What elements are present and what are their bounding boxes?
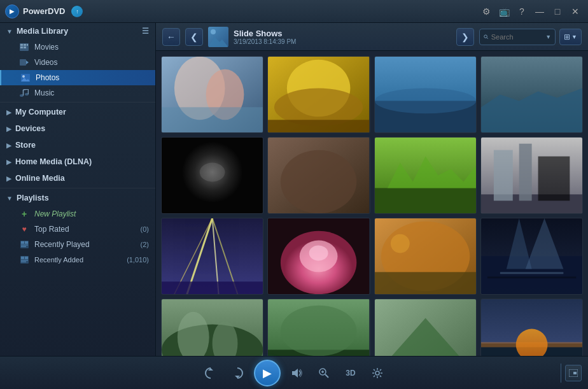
online-media-label: Online Media — [15, 174, 65, 183]
sidebar-section-playlists[interactable]: ▼ Playlists — [0, 190, 155, 206]
top-bar: ← ❮ Slide Shows 3/19/2013 8:14:39 PM ❯ — [156, 23, 588, 51]
window-controls: ⚙ 📺 ? — □ ✕ — [479, 4, 583, 19]
svg-rect-17 — [21, 241, 24, 244]
list-item[interactable] — [480, 218, 583, 295]
threed-button[interactable]: 3D — [340, 363, 361, 383]
volume-button[interactable] — [287, 363, 307, 383]
playlists-label: Playlists — [17, 194, 49, 202]
grid-view-icon: ⊞ — [564, 32, 570, 41]
list-item[interactable] — [480, 299, 583, 356]
list-item[interactable] — [374, 137, 477, 214]
svg-point-46 — [200, 163, 225, 182]
svg-rect-20 — [21, 246, 26, 248]
svg-line-30 — [487, 38, 488, 39]
sidebar-section-online-media[interactable]: ▶ Online Media — [0, 170, 155, 187]
svg-rect-24 — [21, 260, 28, 261]
bottom-bar: ▶ 3D — [0, 356, 588, 389]
svg-rect-51 — [375, 188, 476, 213]
hamburger-icon[interactable]: ☰ — [142, 27, 149, 36]
photos-icon — [20, 73, 31, 82]
list-item[interactable] — [161, 56, 263, 133]
prev-button[interactable]: ❮ — [185, 28, 203, 46]
sidebar-section-media-library[interactable]: ▼ Media Library ☰ — [0, 23, 155, 39]
maximize-button[interactable]: □ — [550, 4, 565, 19]
sidebar-item-recently-played[interactable]: Recently Played (2) — [0, 237, 155, 252]
recently-played-icon — [19, 240, 29, 249]
back-button[interactable]: ← — [162, 28, 180, 46]
rewind-button[interactable] — [200, 363, 221, 383]
current-date: 3/19/2013 8:14:39 PM — [234, 38, 296, 45]
search-input[interactable] — [491, 33, 543, 41]
sidebar-item-videos[interactable]: Videos — [0, 55, 155, 70]
svg-marker-7 — [26, 60, 29, 64]
sidebar-item-music[interactable]: Music — [0, 85, 155, 101]
top-bar-right: ▼ ⊞ ▼ — [479, 29, 582, 45]
svg-marker-93 — [292, 369, 298, 378]
svg-point-84 — [281, 306, 356, 356]
chevron-right-icon: ▶ — [6, 109, 11, 116]
sidebar-item-movies[interactable]: Movies — [0, 39, 155, 55]
settings-button[interactable] — [367, 363, 388, 383]
view-toggle-button[interactable]: ⊞ ▼ — [559, 29, 582, 45]
svg-rect-1 — [20, 44, 23, 46]
list-item[interactable] — [267, 56, 370, 133]
recently-added-label: Recently Added — [34, 256, 83, 264]
list-item[interactable] — [374, 218, 477, 295]
list-item[interactable] — [267, 137, 370, 214]
current-title: Slide Shows — [234, 29, 296, 38]
list-item[interactable] — [161, 137, 263, 214]
display-button[interactable]: 📺 — [496, 4, 512, 19]
sidebar-item-new-playlist[interactable]: + New Playlist — [0, 206, 155, 222]
main-layout: ▼ Media Library ☰ Movies Videos Photos — [0, 23, 588, 356]
current-item-info: Slide Shows 3/19/2013 8:14:39 PM — [208, 27, 451, 47]
photos-label: Photos — [36, 73, 59, 82]
svg-rect-90 — [481, 342, 582, 347]
search-dropdown-icon[interactable]: ▼ — [545, 34, 551, 40]
movies-icon — [19, 43, 29, 52]
app-logo-area: ▶ PowerDVD ↑ — [5, 4, 479, 18]
close-button[interactable]: ✕ — [568, 4, 583, 19]
svg-rect-18 — [25, 241, 28, 244]
sidebar-section-my-computer[interactable]: ▶ My Computer — [0, 104, 155, 120]
svg-rect-77 — [487, 276, 576, 278]
svg-rect-2 — [24, 44, 26, 46]
settings-window-button[interactable]: ⚙ — [479, 4, 494, 19]
svg-line-15 — [24, 89, 29, 90]
list-item[interactable] — [374, 56, 477, 133]
chevron-right-icon-5: ▶ — [6, 175, 11, 182]
list-item[interactable] — [161, 299, 263, 356]
svg-rect-55 — [494, 150, 513, 201]
home-media-label: Home Media (DLNA) — [15, 157, 92, 166]
forward-button[interactable] — [227, 363, 248, 383]
sidebar-section-home-media[interactable]: ▶ Home Media (DLNA) — [0, 153, 155, 170]
divider-1 — [0, 102, 155, 103]
recently-added-icon — [19, 255, 29, 264]
mini-player-button[interactable] — [565, 365, 582, 381]
play-button[interactable]: ▶ — [254, 360, 281, 386]
list-item[interactable] — [267, 299, 370, 356]
my-computer-label: My Computer — [15, 108, 66, 117]
sidebar-section-store[interactable]: ▶ Store — [0, 137, 155, 153]
next-button[interactable]: ❯ — [456, 28, 474, 46]
sidebar-item-top-rated[interactable]: ♥ Top Rated (0) — [0, 222, 155, 237]
photo-grid — [161, 56, 583, 356]
list-item[interactable] — [374, 299, 477, 356]
sidebar-item-photos[interactable]: Photos — [0, 70, 155, 85]
list-item[interactable] — [161, 218, 263, 295]
help-button[interactable]: ? — [514, 4, 529, 19]
recently-added-count: (1,010) — [127, 256, 149, 264]
list-item[interactable] — [480, 56, 583, 133]
update-badge[interactable]: ↑ — [71, 6, 83, 17]
svg-rect-57 — [538, 157, 570, 201]
svg-rect-23 — [25, 257, 28, 259]
search-box[interactable]: ▼ — [479, 29, 556, 45]
sidebar-section-devices[interactable]: ▶ Devices — [0, 120, 155, 137]
heart-icon: ♥ — [19, 225, 29, 234]
minimize-button[interactable]: — — [532, 4, 547, 19]
zoom-button[interactable] — [314, 363, 334, 383]
sidebar-item-recently-added[interactable]: Recently Added (1,010) — [0, 252, 155, 267]
list-item[interactable] — [480, 137, 583, 214]
list-item[interactable] — [267, 218, 370, 295]
photo-grid-container — [156, 51, 588, 356]
recently-played-count: (2) — [141, 241, 149, 248]
